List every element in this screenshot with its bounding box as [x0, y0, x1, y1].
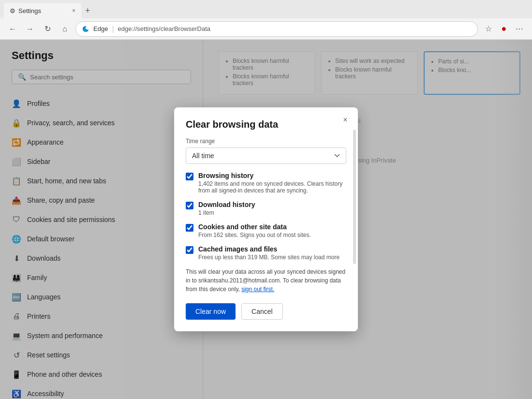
checkbox-title-cookies: Cookies and other site data	[198, 223, 311, 231]
browser-content: Settings 🔍 👤 Profiles 🔒 Privacy, search,…	[0, 40, 532, 399]
browser-window: ⚙ Settings × + ← → ↻ ⌂ Edge | edge://set…	[0, 0, 532, 399]
checkbox-title-browsing_history: Browsing history	[198, 172, 346, 179]
back-button[interactable]: ←	[6, 22, 19, 36]
checkbox-title-cached: Cached images and files	[198, 245, 340, 253]
checkbox-label-browsing_history: Browsing history 1,402 items and more on…	[198, 172, 346, 194]
navigation-bar: ← → ↻ ⌂ Edge | edge://settings/clearBrow…	[0, 18, 532, 40]
favorite-button[interactable]: ☆	[482, 22, 495, 36]
dialog-close-button[interactable]: ×	[339, 113, 352, 127]
clear-now-button[interactable]: Clear now	[186, 303, 236, 320]
checkbox-items-list: Browsing history 1,402 items and more on…	[186, 172, 346, 261]
refresh-button[interactable]: ↻	[41, 22, 54, 36]
clear-browsing-dialog: Clear browsing data × Time range All tim…	[174, 107, 358, 331]
new-tab-button[interactable]: +	[81, 6, 94, 16]
forward-button[interactable]: →	[23, 22, 37, 36]
checkbox-desc-browsing_history: 1,402 items and more on synced devices. …	[198, 180, 346, 194]
dialog-scrollbar	[353, 130, 356, 264]
dialog-overlay: Clear browsing data × Time range All tim…	[0, 40, 532, 399]
checkbox-desc-cached: Frees up less than 319 MB. Some sites ma…	[198, 254, 340, 261]
checkbox-item-cookies: Cookies and other site data From 162 sit…	[186, 223, 346, 238]
checkbox-label-download_history: Download history 1 item	[198, 201, 255, 216]
dialog-title: Clear browsing data	[186, 119, 346, 130]
browser-settings-button[interactable]: ⋯	[513, 22, 526, 36]
opera-button[interactable]: ●	[497, 22, 511, 36]
checkbox-desc-download_history: 1 item	[198, 209, 255, 216]
tab-close-button[interactable]: ×	[72, 7, 75, 14]
checkbox-browsing_history[interactable]	[186, 173, 193, 180]
cancel-button[interactable]: Cancel	[241, 303, 283, 320]
checkbox-label-cookies: Cookies and other site data From 162 sit…	[198, 223, 311, 238]
active-tab[interactable]: ⚙ Settings ×	[4, 3, 81, 18]
address-url: edge://settings/clearBrowserData	[118, 25, 210, 32]
checkbox-desc-cookies: From 162 sites. Signs you out of most si…	[198, 232, 311, 238]
time-range-label: Time range	[186, 138, 346, 145]
checkbox-item-browsing_history: Browsing history 1,402 items and more on…	[186, 172, 346, 194]
checkbox-item-cached: Cached images and files Frees up less th…	[186, 245, 346, 261]
checkbox-cookies[interactable]	[186, 224, 193, 232]
edge-label: Edge	[93, 25, 108, 32]
checkbox-cached[interactable]	[186, 246, 193, 254]
sign-out-link[interactable]: sign out first.	[241, 286, 274, 293]
checkbox-item-download_history: Download history 1 item	[186, 201, 346, 216]
home-button[interactable]: ⌂	[58, 22, 72, 36]
tab-icon: ⚙	[10, 7, 15, 15]
nav-actions: ☆ ● ⋯	[482, 22, 526, 36]
tab-bar: ⚙ Settings × +	[0, 0, 532, 18]
address-separator: |	[112, 25, 114, 33]
time-range-select[interactable]: All time Last hour Last 24 hours Last 7 …	[186, 148, 346, 164]
dialog-actions: Clear now Cancel	[186, 303, 346, 320]
checkbox-label-cached: Cached images and files Frees up less th…	[198, 245, 340, 261]
address-bar[interactable]: Edge | edge://settings/clearBrowserData	[75, 21, 478, 37]
dialog-info-text: This will clear your data across all you…	[186, 267, 346, 294]
edge-logo-icon	[82, 25, 89, 33]
checkbox-download_history[interactable]	[186, 202, 193, 209]
checkbox-title-download_history: Download history	[198, 201, 255, 208]
tab-title: Settings	[18, 7, 41, 15]
